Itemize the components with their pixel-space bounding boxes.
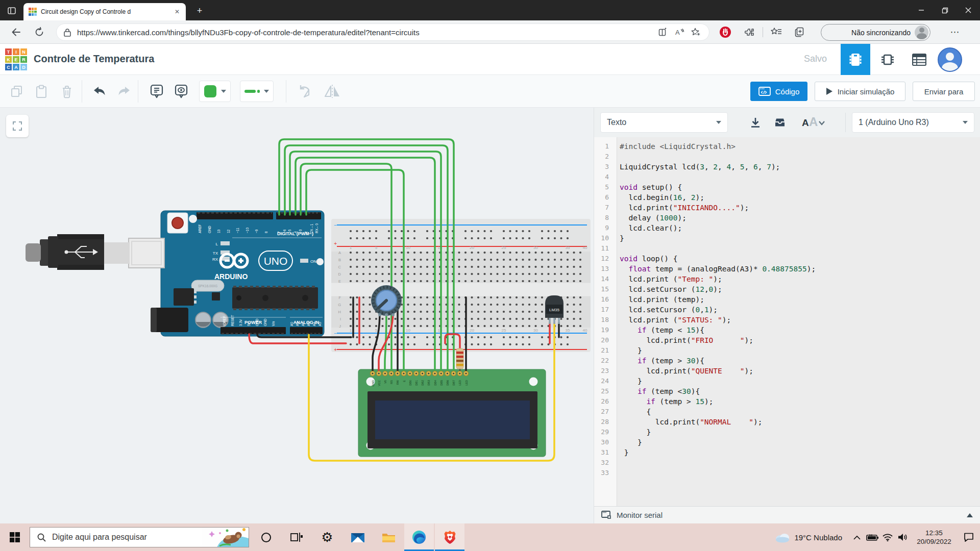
code-line: 8 delay (1000); xyxy=(594,213,980,223)
svg-text:L: L xyxy=(216,242,218,246)
code-line: 4 xyxy=(594,172,980,182)
sync-profile-button[interactable]: Não sincronizando xyxy=(821,24,930,41)
edge-browser-button[interactable] xyxy=(404,523,434,551)
svg-text:G: G xyxy=(338,303,341,307)
volume-icon[interactable] xyxy=(895,523,911,551)
collapse-monitor-icon[interactable] xyxy=(967,513,973,517)
view-schematic-button[interactable] xyxy=(873,44,902,75)
redo-icon[interactable] xyxy=(114,82,134,101)
brave-browser-button[interactable] xyxy=(435,523,464,551)
design-title[interactable]: Controle de Temperatura xyxy=(34,53,154,65)
resistor[interactable] xyxy=(456,348,463,369)
svg-text:1: 1 xyxy=(350,328,352,333)
svg-text:~11: ~11 xyxy=(236,228,239,233)
breadboard[interactable]: 11551010151520202525303035354040ABCDEFGH… xyxy=(331,219,591,353)
add-favorite-icon[interactable] xyxy=(688,25,704,39)
svg-text:A5: A5 xyxy=(318,322,322,326)
address-bar[interactable]: https://www.tinkercad.com/things/bllyfND… xyxy=(56,23,709,41)
arduino-brand-label: ARDUINO xyxy=(214,272,248,281)
profile-avatar xyxy=(915,26,928,39)
svg-text:DB4: DB4 xyxy=(434,380,437,386)
view-breadboard-button[interactable] xyxy=(841,44,870,75)
start-simulation-button[interactable]: Iniciar simulação xyxy=(815,82,905,101)
svg-text:25: 25 xyxy=(502,245,506,250)
svg-text:TX: TX xyxy=(213,251,218,256)
extensions-icon[interactable] xyxy=(742,25,757,39)
svg-text:RX←0: RX←0 xyxy=(315,223,318,233)
view-list-button[interactable] xyxy=(904,44,934,75)
component-color-dropdown[interactable] xyxy=(199,81,231,102)
code-line: 33 xyxy=(594,468,980,478)
tab-actions-icon[interactable] xyxy=(5,4,18,17)
adblock-extension-icon[interactable] xyxy=(718,25,733,39)
svg-text:3.3V: 3.3V xyxy=(239,319,242,326)
favorites-icon[interactable] xyxy=(769,25,784,39)
search-highlight-image[interactable] xyxy=(202,527,249,547)
usb-cable[interactable] xyxy=(26,234,164,270)
svg-text:DB5: DB5 xyxy=(440,380,443,386)
tinkercad-logo[interactable]: T I N K E R C A D xyxy=(5,48,27,70)
delete-icon[interactable] xyxy=(57,82,77,101)
code-panel-header: Texto AA 1 (Arduino Uno R3) xyxy=(594,108,980,137)
browser-menu-button[interactable]: ⋯ xyxy=(947,25,963,39)
serial-monitor-bar[interactable]: Monitor serial xyxy=(594,506,980,523)
svg-text:C: C xyxy=(338,265,341,269)
window-restore-button[interactable] xyxy=(933,0,957,20)
svg-text:GND: GND xyxy=(255,318,259,326)
tray-expand-icon[interactable] xyxy=(849,523,865,551)
zoom-to-fit-button[interactable] xyxy=(6,115,29,137)
libraries-button[interactable] xyxy=(770,114,790,131)
arduino-uno-board[interactable]: AREFGND1312~11~10~987~6~54~32TX→1RX←0 DI… xyxy=(151,211,324,336)
font-size-dropdown[interactable]: AA xyxy=(797,114,830,131)
copy-icon[interactable] xyxy=(7,82,27,101)
settings-button[interactable]: ⚙ xyxy=(312,523,342,551)
cortana-button[interactable] xyxy=(251,523,281,551)
code-editor[interactable]: 1#include <LiquidCrystal.h>23LiquidCryst… xyxy=(594,137,980,506)
flip-icon[interactable] xyxy=(323,82,342,101)
notes-visibility-icon[interactable] xyxy=(172,82,191,101)
code-mode-select[interactable]: Texto xyxy=(600,112,728,133)
collections-icon[interactable] xyxy=(792,25,807,39)
board-select[interactable]: 1 (Arduino Uno R3) xyxy=(852,112,974,133)
task-view-button[interactable] xyxy=(282,523,311,551)
code-button[interactable]: Código xyxy=(750,82,807,101)
svg-text:Vin: Vin xyxy=(272,321,275,326)
refresh-button[interactable] xyxy=(32,24,47,40)
wire-style-dropdown[interactable] xyxy=(240,81,274,102)
notes-icon[interactable] xyxy=(147,82,166,101)
send-to-button[interactable]: Enviar para xyxy=(913,82,975,101)
svg-text:5: 5 xyxy=(375,328,378,333)
wifi-icon[interactable] xyxy=(880,523,895,551)
taskbar-weather[interactable]: 19°C Nublado xyxy=(775,532,842,543)
window-minimize-button[interactable] xyxy=(910,0,933,20)
action-center-icon[interactable] xyxy=(958,523,980,551)
svg-text:GND: GND xyxy=(372,380,375,386)
svg-text:GND: GND xyxy=(208,226,211,233)
paste-icon[interactable] xyxy=(32,82,51,101)
code-line: 26 if (temp > 15); xyxy=(594,396,980,407)
download-code-button[interactable] xyxy=(745,114,766,131)
svg-text:25: 25 xyxy=(502,328,506,333)
rotate-icon[interactable] xyxy=(295,82,314,101)
code-panel: Texto AA 1 (Arduino Uno R3) 1#include <L… xyxy=(594,108,980,523)
tab-close-icon[interactable]: ✕ xyxy=(173,7,182,16)
circuit-svg: 11551010151520202525303035354040ABCDEFGH… xyxy=(0,108,594,523)
file-explorer-button[interactable] xyxy=(374,523,403,551)
svg-text:A1: A1 xyxy=(296,322,299,326)
back-button[interactable] xyxy=(8,24,23,40)
taskbar-clock[interactable]: 12:35 20/09/2022 xyxy=(911,529,958,546)
user-avatar[interactable] xyxy=(938,47,962,72)
window-close-button[interactable] xyxy=(957,0,980,20)
start-button[interactable] xyxy=(0,523,30,551)
read-aloud-icon[interactable]: A xyxy=(671,25,688,39)
mail-button[interactable] xyxy=(343,523,373,551)
browser-tab[interactable]: Circuit design Copy of Controle d ✕ xyxy=(23,3,186,20)
new-tab-button[interactable]: + xyxy=(193,4,206,17)
lcd-display[interactable]: GNDVCCV0RSRWEDB0DB1DB2DB3DB4DB5DB6DB7LED… xyxy=(358,369,546,457)
undo-icon[interactable] xyxy=(90,82,109,101)
taskbar-search-input[interactable]: Digite aqui para pesquisar xyxy=(30,527,249,547)
code-line: 2 xyxy=(594,152,980,162)
split-screen-icon[interactable] xyxy=(655,25,671,39)
circuit-canvas[interactable]: 11551010151520202525303035354040ABCDEFGH… xyxy=(0,108,594,523)
battery-icon[interactable] xyxy=(865,523,880,551)
